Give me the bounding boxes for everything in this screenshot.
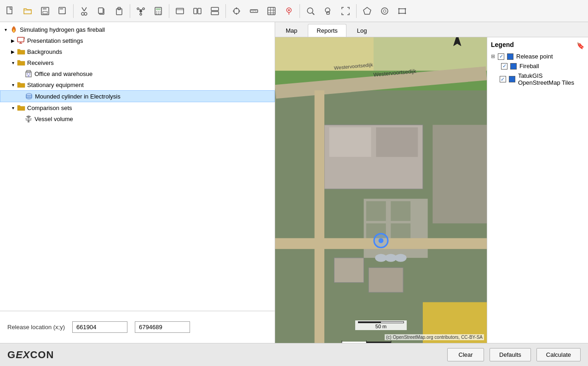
bottom-panel: Release location (x;y) <box>0 311 275 343</box>
folder-comparison-icon <box>17 103 26 112</box>
svg-rect-26 <box>176 8 184 14</box>
legend-label-tatukgis: TatukGIS OpenStreetMap Tiles <box>518 72 584 86</box>
tree-cylinder-label: Mounded cylinder in Electrolysis <box>35 93 121 100</box>
window-view-button[interactable] <box>172 3 188 19</box>
tree-item-backgrounds[interactable]: ▶ Backgrounds <box>0 46 275 57</box>
sep5 <box>300 4 300 18</box>
paste-button[interactable] <box>111 3 127 19</box>
zoom-lock-button[interactable] <box>320 3 336 19</box>
tree-toggle-comparison[interactable]: ▾ <box>9 104 17 111</box>
sep4 <box>225 4 226 18</box>
save-as-button[interactable]: + <box>54 3 71 19</box>
sep3 <box>169 4 169 18</box>
tree-root[interactable]: ▾ Simulating hydrogen gas fireball <box>0 24 275 35</box>
svg-point-98 <box>395 254 407 262</box>
tree-toggle-presentation[interactable]: ▶ <box>9 37 17 44</box>
svg-rect-29 <box>198 8 201 14</box>
open-folder-button[interactable] <box>19 3 36 19</box>
clear-button[interactable]: Clear <box>447 348 484 361</box>
svg-text:+: + <box>64 12 66 16</box>
save-button[interactable] <box>37 3 53 19</box>
tree-presentation-label: Presentation settings <box>27 37 83 44</box>
svg-point-59 <box>405 8 406 9</box>
legend-cb-fireball[interactable] <box>501 63 507 70</box>
tree-item-cylinder[interactable]: ▶ Mounded cylinder in Electrolysis <box>0 90 275 102</box>
scale-icon <box>24 114 33 123</box>
svg-point-25 <box>160 13 161 14</box>
split-v-button[interactable] <box>207 3 223 19</box>
svg-rect-28 <box>194 8 197 14</box>
legend-cb-release[interactable] <box>498 53 504 60</box>
svg-rect-67 <box>27 73 28 75</box>
calculator-button[interactable] <box>150 3 167 19</box>
tree-receivers-label: Receivers <box>27 59 54 66</box>
building-icon <box>24 69 33 78</box>
tree-item-receivers[interactable]: ▾ Receivers <box>0 57 275 68</box>
svg-point-24 <box>158 13 159 14</box>
svg-rect-2 <box>43 7 46 10</box>
svg-point-60 <box>398 12 400 14</box>
tree-stationary-label: Stationary equipment <box>27 81 84 88</box>
network-button[interactable] <box>133 3 149 19</box>
tree-toggle-backgrounds[interactable]: ▶ <box>9 48 17 55</box>
svg-rect-69 <box>28 75 29 77</box>
grid-button[interactable] <box>263 3 280 19</box>
pentagon-button[interactable] <box>359 3 375 19</box>
tree-office-label: Office and warehosue <box>35 70 92 77</box>
presentation-icon <box>17 36 26 45</box>
tree-root-label: Simulating hydrogen gas fireball <box>20 26 105 33</box>
svg-rect-84 <box>376 128 418 157</box>
svg-point-48 <box>288 9 290 11</box>
svg-rect-70 <box>27 70 30 72</box>
tree-toggle-stationary[interactable]: ▾ <box>9 81 17 88</box>
svg-point-22 <box>160 12 161 12</box>
rect-tool-button[interactable] <box>394 3 410 19</box>
sep6 <box>356 4 357 18</box>
tree-toggle-root[interactable]: ▾ <box>2 26 9 33</box>
svg-point-13 <box>143 8 144 10</box>
tab-log[interactable]: Log <box>348 24 376 37</box>
circle-tool-button[interactable] <box>376 3 393 19</box>
tree-item-vessel[interactable]: ▶ Vessel volume <box>0 113 275 124</box>
toolbar: + <box>0 0 588 22</box>
legend-panel: Legend 🔖 ⊞ Release point Fireball <box>487 37 588 343</box>
ruler-button[interactable] <box>246 3 262 19</box>
copy-button[interactable] <box>93 3 110 19</box>
tree-item-stationary[interactable]: ▾ Stationary equipment <box>0 79 275 90</box>
svg-rect-31 <box>211 12 219 15</box>
defaults-button[interactable]: Defaults <box>490 348 531 361</box>
cut-button[interactable] <box>76 3 92 19</box>
tab-reports[interactable]: Reports <box>308 24 346 37</box>
calculate-button[interactable]: Calculate <box>536 348 581 361</box>
main-area: ▾ Simulating hydrogen gas fireball ▶ Pre… <box>0 22 588 343</box>
zoom-extent-button[interactable] <box>337 3 354 19</box>
svg-rect-91 <box>315 90 324 343</box>
svg-rect-19 <box>156 8 161 10</box>
y-coordinate-input[interactable] <box>135 321 190 333</box>
map-container[interactable]: Westervoortsedijk Westervoortsedijk 50 m… <box>275 37 487 343</box>
pin-button[interactable] <box>281 3 297 19</box>
legend-bookmark-icon[interactable]: 🔖 <box>576 42 584 49</box>
x-coordinate-input[interactable] <box>72 321 127 333</box>
legend-cb-tatukgis[interactable] <box>500 76 506 82</box>
tree-item-office[interactable]: ▶ Office and warehosue <box>0 68 275 79</box>
sep1 <box>73 4 74 18</box>
crosshair-button[interactable] <box>228 3 245 19</box>
split-h-button[interactable] <box>189 3 206 19</box>
tab-map[interactable]: Map <box>277 24 306 37</box>
search-zoom-button[interactable] <box>302 3 319 19</box>
svg-point-21 <box>158 12 159 12</box>
tree-item-comparison[interactable]: ▾ Comparison sets <box>0 102 275 113</box>
fire-icon <box>9 25 18 34</box>
tree-comparison-label: Comparison sets <box>27 105 72 111</box>
svg-rect-94 <box>334 258 363 282</box>
svg-rect-8 <box>98 8 103 13</box>
legend-expand-release[interactable]: ⊞ <box>491 53 495 59</box>
folder-backgrounds-icon <box>17 47 26 56</box>
tree-toggle-receivers[interactable]: ▾ <box>9 59 17 66</box>
sep2 <box>130 4 130 18</box>
tree-item-presentation[interactable]: ▶ Presentation settings <box>0 35 275 46</box>
new-file-button[interactable] <box>2 3 18 19</box>
svg-rect-79 <box>275 37 374 76</box>
legend-color-tatukgis <box>509 76 515 82</box>
